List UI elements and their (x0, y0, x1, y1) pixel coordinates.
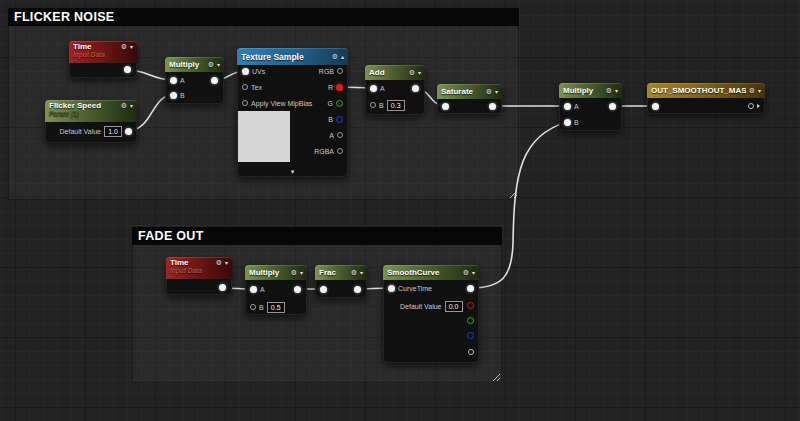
material-graph-canvas[interactable]: FLICKER NOISE FADE OUT Time ⚙ ▾ (0, 0, 800, 421)
input-pin-a[interactable] (250, 286, 257, 293)
chevron-down-icon[interactable]: ▾ (130, 44, 133, 50)
chevron-down-icon[interactable]: ▾ (360, 270, 363, 276)
gear-icon[interactable]: ⚙ (606, 87, 612, 94)
node-smoothcurve[interactable]: SmoothCurve ⚙ ▾ CurveTime Default Value … (383, 265, 479, 363)
node-multiply-2[interactable]: Multiply ⚙ ▾ A B (559, 83, 622, 131)
output-pin[interactable] (489, 103, 496, 110)
chevron-down-icon[interactable]: ▾ (217, 62, 220, 68)
gear-icon[interactable]: ⚙ (463, 269, 469, 276)
gear-icon[interactable]: ⚙ (332, 53, 338, 60)
node-out-smoothout-mask[interactable]: OUT_SMOOTHOUT_MASK ⚙ ▾ (647, 83, 765, 114)
comment-flicker-noise-title[interactable]: FLICKER NOISE (8, 8, 519, 26)
node-header[interactable]: Multiply ⚙ ▾ (559, 83, 622, 98)
default-value-input[interactable]: 0.0 (445, 301, 463, 312)
gear-icon[interactable]: ⚙ (486, 88, 492, 95)
node-header[interactable]: Multiply ⚙ ▾ (245, 265, 307, 280)
node-header[interactable]: SmoothCurve ⚙ ▾ (383, 265, 479, 280)
pin-label-b: B (180, 92, 185, 99)
node-texture-sample[interactable]: Texture Sample ⚙ ▴ UVs Tex Apply View Mi… (237, 48, 348, 177)
output-pin-r[interactable] (336, 84, 343, 91)
output-pin-b[interactable] (336, 116, 343, 123)
output-pin[interactable] (219, 284, 226, 291)
gear-icon[interactable]: ⚙ (749, 87, 755, 94)
node-header[interactable]: Multiply ⚙ ▾ (165, 57, 224, 72)
output-pin-b[interactable] (467, 332, 474, 339)
input-pin[interactable] (320, 286, 327, 293)
output-pin[interactable] (125, 128, 132, 135)
node-header[interactable]: Texture Sample ⚙ ▴ (237, 48, 348, 65)
node-header[interactable]: OUT_SMOOTHOUT_MASK ⚙ ▾ (647, 83, 765, 98)
node-flicker-speed[interactable]: Flicker Speed ⚙ ▾ Param (1) Default Valu… (45, 100, 137, 143)
pin-label-g: G (328, 100, 333, 107)
gear-icon[interactable]: ⚙ (291, 269, 297, 276)
gear-icon[interactable]: ⚙ (121, 43, 127, 50)
chevron-up-icon[interactable]: ▴ (341, 54, 344, 60)
chevron-down-icon[interactable]: ▾ (300, 270, 303, 276)
input-pin-a[interactable] (370, 85, 377, 92)
default-value-row: Default Value 0.0 (383, 301, 479, 311)
gear-icon[interactable]: ⚙ (409, 69, 415, 76)
node-header[interactable]: Time ⚙ ▾ Input Data (69, 41, 137, 63)
node-header[interactable]: Time ⚙ ▾ Input Data (166, 257, 232, 279)
input-pin[interactable] (442, 103, 449, 110)
gear-icon[interactable]: ⚙ (121, 102, 127, 109)
output-pin[interactable] (211, 77, 218, 84)
node-title: OUT_SMOOTHOUT_MASK (651, 86, 746, 95)
node-frac[interactable]: Frac ⚙ ▾ (315, 265, 367, 298)
chevron-down-icon[interactable]: ▾ (130, 103, 133, 109)
input-pin[interactable] (652, 103, 659, 110)
input-pin-a[interactable] (564, 103, 571, 110)
input-pin-curvetime[interactable] (388, 285, 395, 292)
output-pin-r[interactable] (467, 302, 474, 309)
pin-label-curvetime: CurveTime (398, 285, 432, 292)
node-time-fade[interactable]: Time ⚙ ▾ Input Data (166, 257, 232, 295)
input-pin-a[interactable] (170, 77, 177, 84)
node-header[interactable]: Frac ⚙ ▾ (315, 265, 367, 280)
output-pin[interactable] (748, 103, 754, 109)
gear-icon[interactable]: ⚙ (208, 61, 214, 68)
input-pin-b[interactable] (250, 304, 256, 310)
chevron-down-icon[interactable]: ▾ (495, 89, 498, 95)
chevron-down-icon[interactable]: ▾ (418, 70, 421, 76)
expand-chevron-icon[interactable]: ▾ (237, 168, 348, 176)
output-pin[interactable] (124, 66, 131, 73)
chevron-down-icon[interactable]: ▾ (615, 88, 618, 94)
gear-icon[interactable]: ⚙ (351, 269, 357, 276)
gear-icon[interactable]: ⚙ (216, 259, 222, 266)
chevron-down-icon[interactable]: ▾ (758, 88, 761, 94)
comment-fade-out-title[interactable]: FADE OUT (132, 227, 502, 245)
output-pin-a[interactable] (468, 349, 474, 355)
b-value-input[interactable]: 0.3 (387, 100, 405, 111)
input-pin-b[interactable] (170, 92, 177, 99)
node-header[interactable]: Saturate ⚙ ▾ (437, 84, 502, 99)
node-saturate[interactable]: Saturate ⚙ ▾ (437, 84, 502, 114)
comment-resize-grip[interactable] (491, 372, 500, 381)
pin-label-r: R (328, 84, 333, 91)
default-value-input[interactable]: 1.0 (104, 126, 122, 137)
output-pin-rgb[interactable] (337, 68, 343, 74)
output-pin[interactable] (294, 286, 301, 293)
pin-row-b: B 0.3 (365, 100, 425, 110)
input-pin-b[interactable] (564, 119, 571, 126)
b-value-input[interactable]: 0.5 (267, 302, 285, 313)
node-multiply-1[interactable]: Multiply ⚙ ▾ A B (165, 57, 224, 104)
chevron-down-icon[interactable]: ▾ (472, 270, 475, 276)
comment-resize-grip[interactable] (508, 189, 517, 198)
node-add[interactable]: Add ⚙ ▾ A B 0.3 (365, 65, 425, 115)
output-pin-g[interactable] (467, 317, 474, 324)
output-pin[interactable] (354, 286, 361, 293)
output-pin-result[interactable] (467, 285, 474, 292)
node-time-flicker[interactable]: Time ⚙ ▾ Input Data (69, 41, 137, 78)
output-pin-rgba[interactable] (337, 148, 343, 154)
output-pin-a[interactable] (337, 132, 343, 138)
input-pin-b[interactable] (370, 102, 376, 108)
node-multiply-3[interactable]: Multiply ⚙ ▾ A B 0.5 (245, 265, 307, 315)
pin-label-b: B (259, 304, 264, 311)
chevron-down-icon[interactable]: ▾ (225, 260, 228, 266)
pin-row (647, 101, 765, 111)
node-header[interactable]: Flicker Speed ⚙ ▾ Param (1) (45, 100, 137, 122)
node-header[interactable]: Add ⚙ ▾ (365, 65, 425, 80)
output-pin[interactable] (609, 103, 616, 110)
output-pin[interactable] (412, 85, 419, 92)
output-pin-g[interactable] (336, 100, 343, 107)
